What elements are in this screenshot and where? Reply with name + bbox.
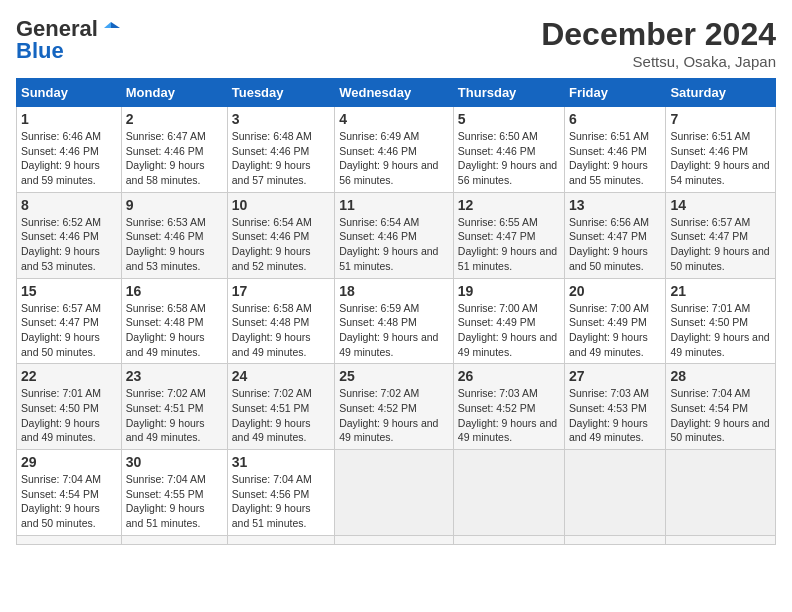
- table-row: 25Sunrise: 7:02 AMSunset: 4:52 PMDayligh…: [335, 364, 454, 450]
- col-saturday: Saturday: [666, 79, 776, 107]
- calendar-subtitle: Settsu, Osaka, Japan: [541, 53, 776, 70]
- day-number: 31: [232, 454, 330, 470]
- day-info: Sunrise: 7:00 AMSunset: 4:49 PMDaylight:…: [569, 302, 649, 358]
- day-number: 24: [232, 368, 330, 384]
- day-number: 14: [670, 197, 771, 213]
- table-row: [565, 535, 666, 544]
- day-number: 15: [21, 283, 117, 299]
- col-sunday: Sunday: [17, 79, 122, 107]
- day-number: 13: [569, 197, 661, 213]
- day-info: Sunrise: 6:58 AMSunset: 4:48 PMDaylight:…: [232, 302, 312, 358]
- day-number: 12: [458, 197, 560, 213]
- svg-marker-1: [104, 22, 111, 28]
- day-number: 3: [232, 111, 330, 127]
- day-info: Sunrise: 6:51 AMSunset: 4:46 PMDaylight:…: [670, 130, 769, 186]
- table-row: [565, 450, 666, 536]
- table-row: [17, 535, 122, 544]
- day-info: Sunrise: 7:01 AMSunset: 4:50 PMDaylight:…: [670, 302, 769, 358]
- day-number: 21: [670, 283, 771, 299]
- day-number: 20: [569, 283, 661, 299]
- table-row: 10Sunrise: 6:54 AMSunset: 4:46 PMDayligh…: [227, 192, 334, 278]
- day-info: Sunrise: 7:03 AMSunset: 4:53 PMDaylight:…: [569, 387, 649, 443]
- calendar-week-row: 8Sunrise: 6:52 AMSunset: 4:46 PMDaylight…: [17, 192, 776, 278]
- day-info: Sunrise: 6:59 AMSunset: 4:48 PMDaylight:…: [339, 302, 438, 358]
- day-info: Sunrise: 7:04 AMSunset: 4:55 PMDaylight:…: [126, 473, 206, 529]
- day-info: Sunrise: 7:04 AMSunset: 4:56 PMDaylight:…: [232, 473, 312, 529]
- table-row: 7Sunrise: 6:51 AMSunset: 4:46 PMDaylight…: [666, 107, 776, 193]
- day-info: Sunrise: 6:57 AMSunset: 4:47 PMDaylight:…: [21, 302, 101, 358]
- table-row: [121, 535, 227, 544]
- col-tuesday: Tuesday: [227, 79, 334, 107]
- table-row: [335, 450, 454, 536]
- day-number: 29: [21, 454, 117, 470]
- table-row: 27Sunrise: 7:03 AMSunset: 4:53 PMDayligh…: [565, 364, 666, 450]
- table-row: 17Sunrise: 6:58 AMSunset: 4:48 PMDayligh…: [227, 278, 334, 364]
- day-number: 4: [339, 111, 449, 127]
- logo: General Blue: [16, 16, 122, 64]
- day-info: Sunrise: 6:47 AMSunset: 4:46 PMDaylight:…: [126, 130, 206, 186]
- day-info: Sunrise: 6:54 AMSunset: 4:46 PMDaylight:…: [232, 216, 312, 272]
- table-row: [227, 535, 334, 544]
- day-info: Sunrise: 7:01 AMSunset: 4:50 PMDaylight:…: [21, 387, 101, 443]
- day-info: Sunrise: 6:51 AMSunset: 4:46 PMDaylight:…: [569, 130, 649, 186]
- day-number: 19: [458, 283, 560, 299]
- day-number: 6: [569, 111, 661, 127]
- day-number: 25: [339, 368, 449, 384]
- calendar-header-row: Sunday Monday Tuesday Wednesday Thursday…: [17, 79, 776, 107]
- day-info: Sunrise: 6:58 AMSunset: 4:48 PMDaylight:…: [126, 302, 206, 358]
- table-row: 23Sunrise: 7:02 AMSunset: 4:51 PMDayligh…: [121, 364, 227, 450]
- table-row: 2Sunrise: 6:47 AMSunset: 4:46 PMDaylight…: [121, 107, 227, 193]
- day-number: 22: [21, 368, 117, 384]
- table-row: 14Sunrise: 6:57 AMSunset: 4:47 PMDayligh…: [666, 192, 776, 278]
- day-info: Sunrise: 7:04 AMSunset: 4:54 PMDaylight:…: [670, 387, 769, 443]
- logo-blue: Blue: [16, 38, 64, 64]
- day-info: Sunrise: 6:48 AMSunset: 4:46 PMDaylight:…: [232, 130, 312, 186]
- calendar-week-row: 1Sunrise: 6:46 AMSunset: 4:46 PMDaylight…: [17, 107, 776, 193]
- day-number: 1: [21, 111, 117, 127]
- logo-bird-icon: [100, 18, 122, 40]
- day-info: Sunrise: 6:52 AMSunset: 4:46 PMDaylight:…: [21, 216, 101, 272]
- table-row: 1Sunrise: 6:46 AMSunset: 4:46 PMDaylight…: [17, 107, 122, 193]
- day-info: Sunrise: 7:04 AMSunset: 4:54 PMDaylight:…: [21, 473, 101, 529]
- table-row: 9Sunrise: 6:53 AMSunset: 4:46 PMDaylight…: [121, 192, 227, 278]
- table-row: [453, 450, 564, 536]
- day-info: Sunrise: 7:02 AMSunset: 4:51 PMDaylight:…: [126, 387, 206, 443]
- col-wednesday: Wednesday: [335, 79, 454, 107]
- day-info: Sunrise: 6:49 AMSunset: 4:46 PMDaylight:…: [339, 130, 438, 186]
- day-number: 17: [232, 283, 330, 299]
- day-number: 27: [569, 368, 661, 384]
- calendar-title: December 2024: [541, 16, 776, 53]
- table-row: 3Sunrise: 6:48 AMSunset: 4:46 PMDaylight…: [227, 107, 334, 193]
- day-number: 26: [458, 368, 560, 384]
- day-number: 8: [21, 197, 117, 213]
- table-row: [453, 535, 564, 544]
- table-row: 20Sunrise: 7:00 AMSunset: 4:49 PMDayligh…: [565, 278, 666, 364]
- day-number: 23: [126, 368, 223, 384]
- day-number: 7: [670, 111, 771, 127]
- table-row: 21Sunrise: 7:01 AMSunset: 4:50 PMDayligh…: [666, 278, 776, 364]
- table-row: 11Sunrise: 6:54 AMSunset: 4:46 PMDayligh…: [335, 192, 454, 278]
- table-row: 13Sunrise: 6:56 AMSunset: 4:47 PMDayligh…: [565, 192, 666, 278]
- table-row: 16Sunrise: 6:58 AMSunset: 4:48 PMDayligh…: [121, 278, 227, 364]
- table-row: 22Sunrise: 7:01 AMSunset: 4:50 PMDayligh…: [17, 364, 122, 450]
- col-thursday: Thursday: [453, 79, 564, 107]
- day-info: Sunrise: 7:00 AMSunset: 4:49 PMDaylight:…: [458, 302, 557, 358]
- table-row: [666, 450, 776, 536]
- calendar-table: Sunday Monday Tuesday Wednesday Thursday…: [16, 78, 776, 545]
- day-number: 2: [126, 111, 223, 127]
- calendar-week-row: 15Sunrise: 6:57 AMSunset: 4:47 PMDayligh…: [17, 278, 776, 364]
- table-row: [335, 535, 454, 544]
- calendar-week-row: [17, 535, 776, 544]
- day-info: Sunrise: 7:02 AMSunset: 4:51 PMDaylight:…: [232, 387, 312, 443]
- title-section: December 2024 Settsu, Osaka, Japan: [541, 16, 776, 70]
- calendar-week-row: 22Sunrise: 7:01 AMSunset: 4:50 PMDayligh…: [17, 364, 776, 450]
- table-row: 6Sunrise: 6:51 AMSunset: 4:46 PMDaylight…: [565, 107, 666, 193]
- col-friday: Friday: [565, 79, 666, 107]
- day-number: 11: [339, 197, 449, 213]
- day-info: Sunrise: 6:46 AMSunset: 4:46 PMDaylight:…: [21, 130, 101, 186]
- table-row: 8Sunrise: 6:52 AMSunset: 4:46 PMDaylight…: [17, 192, 122, 278]
- table-row: 28Sunrise: 7:04 AMSunset: 4:54 PMDayligh…: [666, 364, 776, 450]
- day-info: Sunrise: 6:50 AMSunset: 4:46 PMDaylight:…: [458, 130, 557, 186]
- day-info: Sunrise: 6:55 AMSunset: 4:47 PMDaylight:…: [458, 216, 557, 272]
- day-number: 30: [126, 454, 223, 470]
